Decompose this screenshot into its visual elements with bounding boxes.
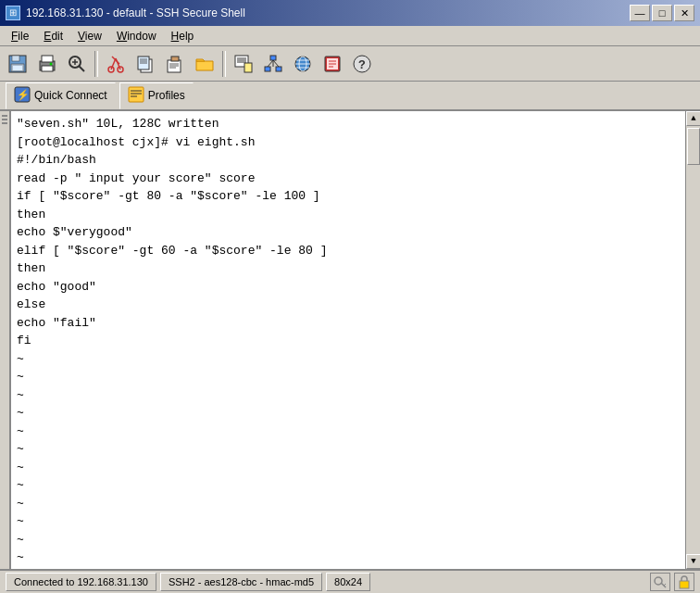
zoom-button[interactable] xyxy=(63,50,91,78)
status-bar: Connected to 192.168.31.130 SSH2 - aes12… xyxy=(0,569,700,593)
terminal-line: then xyxy=(17,259,680,278)
svg-rect-28 xyxy=(244,63,252,72)
menu-view[interactable]: View xyxy=(70,28,109,44)
terminal-line: fi xyxy=(17,332,680,350)
svg-line-36 xyxy=(273,60,279,67)
svg-text:⚡: ⚡ xyxy=(17,88,30,101)
tilde-line: ~ xyxy=(17,459,680,477)
globe-button[interactable] xyxy=(289,50,317,78)
svg-line-35 xyxy=(268,60,273,67)
scroll-up-button[interactable]: ▲ xyxy=(686,111,700,126)
terminal-wrapper: "seven.sh" 10L, 128C written[root@localh… xyxy=(0,111,700,569)
tilde-line: ~ xyxy=(17,350,680,369)
svg-rect-34 xyxy=(276,67,281,71)
menu-bar: File Edit View Window Help xyxy=(0,26,700,46)
svg-rect-33 xyxy=(265,67,270,71)
menu-help[interactable]: Help xyxy=(164,28,202,44)
profiles-label: Profiles xyxy=(148,89,185,102)
svg-rect-5 xyxy=(42,56,53,62)
terminal-line: if [ "$score" -gt 80 -a "$score" -le 100… xyxy=(17,187,680,206)
network-button[interactable] xyxy=(259,50,287,78)
vertical-scrollbar[interactable]: ▲ ▼ xyxy=(685,111,700,569)
paste-button[interactable] xyxy=(161,50,189,78)
svg-rect-23 xyxy=(171,57,179,61)
svg-rect-1 xyxy=(12,56,19,61)
print-button[interactable] xyxy=(33,50,61,78)
svg-rect-52 xyxy=(129,87,144,102)
encryption-status: SSH2 - aes128-cbc - hmac-md5 xyxy=(160,573,322,591)
svg-rect-6 xyxy=(42,66,53,71)
tilde-line: ~ xyxy=(17,368,680,386)
terminal-line: "seven.sh" 10L, 128C written xyxy=(17,115,680,133)
terminal-line: else xyxy=(17,296,680,314)
terminal-line: then xyxy=(17,206,680,224)
tilde-line: ~ xyxy=(17,440,680,459)
terminal-size: 80x24 xyxy=(326,573,370,591)
tilde-line: ~ xyxy=(17,476,680,495)
menu-edit[interactable]: Edit xyxy=(36,28,70,44)
app-icon: ⊞ xyxy=(6,6,20,20)
separator-2 xyxy=(222,51,226,77)
svg-line-58 xyxy=(664,584,666,586)
svg-point-7 xyxy=(50,62,53,65)
left-tick-2 xyxy=(2,119,7,120)
tilde-line: ~ xyxy=(17,404,680,423)
menu-window[interactable]: Window xyxy=(109,28,164,44)
terminal-line: echo "good" xyxy=(17,278,680,296)
tilde-line: ~ xyxy=(17,567,680,570)
cut-button[interactable] xyxy=(102,50,130,78)
left-tick-3 xyxy=(2,122,7,124)
title-text: ⊞ 192.168.31.130 - default - SSH Secure … xyxy=(6,6,245,20)
maximize-button[interactable]: □ xyxy=(652,5,672,21)
svg-line-57 xyxy=(661,583,666,587)
svg-rect-59 xyxy=(680,581,689,588)
title-bar: ⊞ 192.168.31.130 - default - SSH Secure … xyxy=(0,0,700,26)
tilde-line: ~ xyxy=(17,549,680,567)
menu-file[interactable]: File xyxy=(4,28,36,44)
left-tick-1 xyxy=(2,115,7,117)
copy-button[interactable] xyxy=(131,50,159,78)
svg-text:?: ? xyxy=(358,58,366,72)
save-button[interactable] xyxy=(4,50,31,78)
tilde-line: ~ xyxy=(17,386,680,405)
quick-connect-button[interactable]: ⚡ Quick Connect xyxy=(6,82,116,109)
profiles-icon xyxy=(128,86,144,106)
toolbar: ? xyxy=(0,46,700,82)
profiles-button[interactable]: Profiles xyxy=(119,82,194,109)
book-button[interactable] xyxy=(319,50,346,78)
separator-1 xyxy=(94,51,98,77)
tilde-line: ~ xyxy=(17,512,680,531)
scroll-down-button[interactable]: ▼ xyxy=(686,554,700,569)
quick-connect-label: Quick Connect xyxy=(34,89,107,102)
key-icon xyxy=(650,573,670,591)
tilde-line: ~ xyxy=(17,423,680,441)
tilde-line: ~ xyxy=(17,531,680,549)
scroll-track[interactable] xyxy=(686,126,700,554)
connection-status: Connected to 192.168.31.130 xyxy=(6,573,156,591)
svg-rect-32 xyxy=(270,56,276,60)
title-controls: — □ ✕ xyxy=(630,5,694,21)
terminal-line: echo "fail" xyxy=(17,314,680,333)
scroll-thumb[interactable] xyxy=(687,128,700,165)
left-marker xyxy=(0,111,11,569)
lock-icon xyxy=(674,573,694,591)
svg-rect-22 xyxy=(168,60,181,72)
window-title: 192.168.31.130 - default - SSH Secure Sh… xyxy=(26,6,245,19)
help-button[interactable]: ? xyxy=(348,50,376,78)
quick-connect-icon: ⚡ xyxy=(14,86,31,106)
terminal-line: read -p " input your score" score xyxy=(17,170,680,188)
status-icons xyxy=(650,573,694,591)
terminal-line: echo $"verygood" xyxy=(17,223,680,242)
tilde-line: ~ xyxy=(17,495,680,513)
quick-connect-bar: ⚡ Quick Connect Profiles xyxy=(0,82,700,111)
terminal-line: elif [ "$score" -gt 60 -a "$score" -le 8… xyxy=(17,242,680,260)
terminal-line: [root@localhost cjx]# vi eight.sh xyxy=(17,133,680,152)
folder-button[interactable] xyxy=(191,50,219,78)
terminal[interactable]: "seven.sh" 10L, 128C written[root@localh… xyxy=(11,111,685,569)
find-button[interactable] xyxy=(230,50,257,78)
terminal-line: #!/bin/bash xyxy=(17,151,680,170)
svg-line-9 xyxy=(79,66,84,71)
close-button[interactable]: ✕ xyxy=(674,5,694,21)
minimize-button[interactable]: — xyxy=(630,5,650,21)
svg-rect-3 xyxy=(13,66,22,70)
